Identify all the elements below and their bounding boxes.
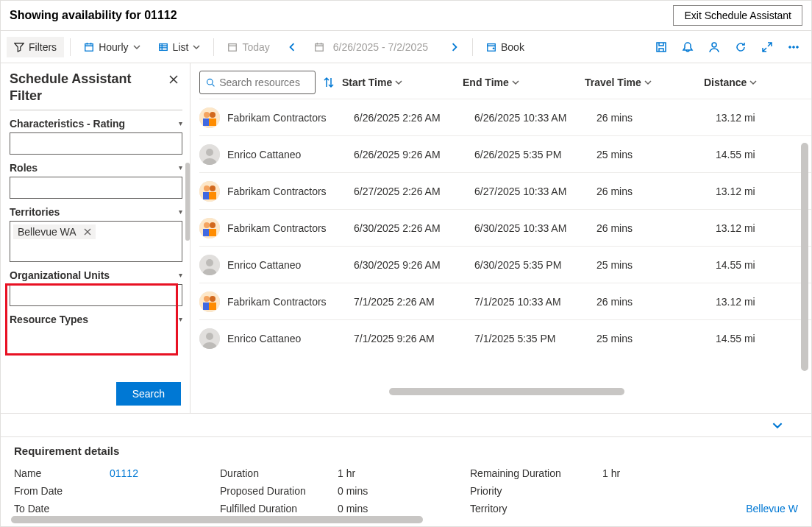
table-row[interactable]: Fabrikam Contractors6/30/2025 2:26 AM6/3…	[199, 209, 811, 246]
avatar	[199, 144, 220, 165]
chevron-down-icon	[749, 79, 757, 86]
resource-types-label: Resource Types	[10, 314, 88, 325]
sidebar-scrollbar[interactable]	[185, 163, 190, 241]
save-icon-button[interactable]	[649, 35, 673, 59]
org-units-input[interactable]	[10, 284, 182, 306]
table-row[interactable]: Fabrikam Contractors7/1/2025 2:26 AM7/1/…	[199, 283, 811, 319]
roles-label: Roles	[10, 162, 38, 174]
user-button[interactable]	[702, 35, 726, 59]
chevron-down-icon[interactable]: ▾	[179, 208, 182, 216]
roles-input[interactable]	[10, 177, 182, 199]
start-time-cell: 7/1/2025 9:26 AM	[354, 333, 474, 344]
chevron-down-icon[interactable]: ▾	[179, 315, 182, 323]
hscroll-thumb[interactable]	[389, 388, 624, 395]
exit-schedule-assistant-button[interactable]: Exit Schedule Assistant	[673, 5, 802, 26]
search-button[interactable]: Search	[116, 382, 181, 406]
filter-sidebar: Schedule Assistant Filter Characteristic…	[1, 63, 190, 413]
table-row[interactable]: Enrico Cattaneo7/1/2025 9:26 AM7/1/2025 …	[199, 319, 811, 356]
filters-label: Filters	[29, 41, 57, 53]
avatar	[199, 181, 220, 202]
table-row[interactable]: Enrico Cattaneo6/30/2025 9:26 AM6/30/202…	[199, 246, 811, 283]
distance-cell: 13.12 mi	[716, 185, 774, 197]
start-time-cell: 7/1/2025 2:26 AM	[354, 296, 474, 308]
today-button[interactable]: Today	[220, 37, 277, 57]
req-fulfilled-label: Fulfilled Duration	[220, 503, 338, 514]
search-resources-input[interactable]	[219, 77, 309, 88]
save-icon	[655, 41, 667, 53]
more-button[interactable]	[782, 35, 805, 59]
req-to-value	[110, 503, 220, 514]
remove-tag-button[interactable]	[84, 228, 91, 236]
end-time-cell: 7/1/2025 10:33 AM	[474, 296, 596, 308]
bell-icon	[682, 41, 694, 53]
refresh-button[interactable]	[729, 35, 752, 59]
req-name-label: Name	[14, 467, 110, 479]
req-name-value[interactable]: 01112	[110, 467, 220, 479]
chevron-down-icon	[644, 79, 652, 86]
close-sidebar-button[interactable]	[165, 71, 182, 88]
divider	[472, 38, 473, 56]
notifications-button[interactable]	[676, 35, 699, 59]
start-time-cell: 6/26/2025 9:26 AM	[354, 149, 474, 160]
date-range-button[interactable]: 6/26/2025 - 7/2/2025	[307, 37, 440, 57]
expand-button[interactable]	[755, 35, 779, 59]
today-label: Today	[242, 41, 269, 53]
column-header-distance[interactable]: Distance	[704, 77, 763, 88]
resource-name: Enrico Cattaneo	[227, 259, 301, 271]
filters-button[interactable]: Filters	[7, 37, 64, 57]
column-header-end[interactable]: End Time	[463, 77, 585, 88]
svg-point-29	[206, 259, 213, 266]
end-time-cell: 6/30/2025 5:35 PM	[474, 259, 596, 271]
search-resources-field[interactable]	[199, 71, 316, 94]
travel-time-cell: 26 mins	[596, 185, 716, 197]
req-territory-label: Territory	[470, 503, 602, 514]
territories-input[interactable]: Bellevue WA	[10, 221, 182, 262]
travel-time-cell: 25 mins	[596, 259, 716, 271]
date-range-label: 6/26/2025 - 7/2/2025	[333, 41, 428, 53]
column-header-start[interactable]: Start Time	[342, 77, 463, 88]
collapse-button[interactable]	[766, 414, 789, 437]
chevron-down-icon[interactable]: ▾	[179, 163, 182, 171]
sidebar-title: Schedule Assistant Filter	[10, 71, 165, 105]
divider	[213, 38, 214, 56]
svg-point-36	[206, 333, 213, 340]
date-prev-button[interactable]	[280, 35, 304, 59]
svg-point-10	[207, 79, 213, 85]
table-row[interactable]: Fabrikam Contractors6/26/2025 2:26 AM6/2…	[199, 99, 811, 135]
grid-body: Fabrikam Contractors6/26/2025 2:26 AM6/2…	[190, 99, 811, 413]
sort-button[interactable]	[323, 77, 335, 88]
travel-time-cell: 25 mins	[596, 149, 716, 160]
hscroll-track[interactable]	[389, 388, 789, 395]
table-row[interactable]: Enrico Cattaneo6/26/2025 9:26 AM6/26/202…	[199, 135, 811, 172]
distance-cell: 13.12 mi	[716, 222, 774, 234]
avatar	[199, 255, 220, 275]
hourly-button[interactable]: Hourly	[76, 37, 147, 57]
avatar	[199, 107, 220, 128]
characteristics-input[interactable]	[10, 132, 182, 155]
characteristics-label: Characteristics - Rating	[10, 118, 125, 130]
chevron-down-icon[interactable]: ▾	[179, 119, 182, 127]
list-button[interactable]: List	[151, 37, 208, 57]
distance-cell: 14.55 mi	[716, 149, 774, 160]
book-button[interactable]: Book	[479, 37, 532, 57]
req-duration-value: 1 hr	[338, 467, 470, 479]
svg-rect-2	[229, 43, 237, 51]
territories-label: Territories	[10, 206, 60, 218]
avatar	[199, 291, 220, 312]
travel-time-cell: 26 mins	[596, 296, 716, 308]
req-territory-value[interactable]: Bellevue W	[602, 503, 798, 514]
date-next-button[interactable]	[443, 35, 466, 59]
svg-point-7	[789, 46, 791, 48]
book-label: Book	[501, 41, 524, 53]
column-header-travel[interactable]: Travel Time	[585, 77, 704, 88]
main-scrollbar[interactable]	[801, 143, 808, 371]
table-row[interactable]: Fabrikam Contractors6/27/2025 2:26 AM6/2…	[199, 172, 811, 209]
distance-cell: 13.12 mi	[716, 296, 774, 308]
chevron-down-icon[interactable]: ▾	[179, 271, 182, 279]
collapse-row	[1, 413, 811, 436]
user-icon	[708, 41, 720, 53]
more-icon	[788, 41, 799, 53]
bottom-hscroll-thumb[interactable]	[11, 516, 423, 523]
resource-name: Enrico Cattaneo	[227, 149, 301, 160]
bottom-hscroll-track[interactable]	[11, 516, 797, 523]
